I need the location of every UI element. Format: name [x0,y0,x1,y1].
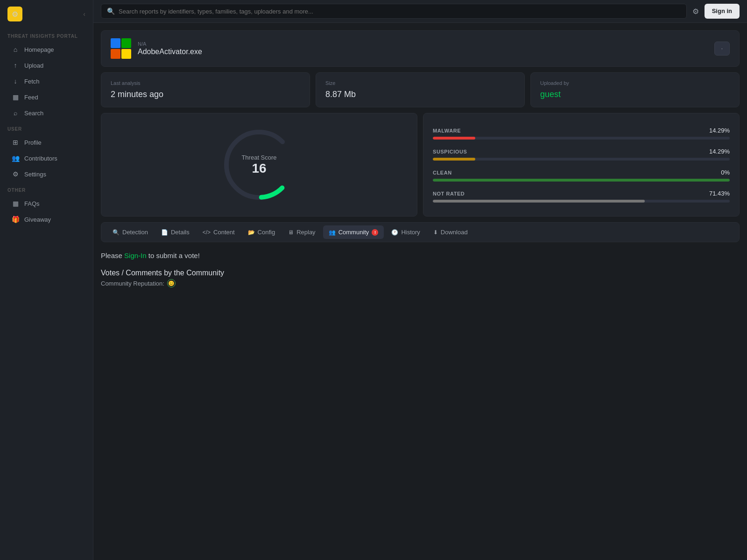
main-area: 🔍 ⚙ Sign in N/A AdobeActivator.exe · [93,0,747,560]
content-tab-icon: </> [203,229,211,236]
sidebar-item-contributors[interactable]: 👥 Contributors [4,151,89,166]
stat-cards: Last analysis 2 minutes ago Size 8.87 Mb… [101,72,740,107]
verdict-bar-fill [433,200,645,203]
download-tab-label: Download [441,229,468,236]
tab-details[interactable]: 📄 Details [155,225,195,239]
gear-button[interactable]: ⚙ [692,7,699,16]
sidebar-item-search-label: Search [24,110,43,117]
sidebar-item-profile[interactable]: ⊞ Profile [4,135,89,150]
search-input[interactable] [119,8,681,15]
download-tab-icon: ⬇ [433,229,438,236]
last-analysis-card: Last analysis 2 minutes ago [101,72,310,107]
tab-download[interactable]: ⬇ Download [428,225,473,239]
vote-prompt-pre: Please [101,252,124,259]
sidebar-item-upload-label: Upload [24,62,43,69]
sign-in-button[interactable]: Sign in [705,4,740,19]
verdict-label: CLEAN [433,170,452,175]
verdict-bar-bg [433,137,730,140]
community-votes-section: Votes / Comments by the Community Commun… [101,269,740,287]
sidebar-item-settings[interactable]: ⚙ Settings [4,167,89,182]
sidebar-item-settings-label: Settings [24,171,46,178]
detection-tab-label: Detection [122,229,148,236]
verdict-pct: 14.29% [709,127,730,134]
file-tag: N/A [138,41,202,47]
tab-replay[interactable]: 🖥 Replay [282,225,321,239]
config-tab-label: Config [258,229,275,236]
replay-tab-icon: 🖥 [288,229,294,236]
uploaded-by-card: Uploaded by guest [530,72,740,107]
last-analysis-label: Last analysis [111,80,300,86]
verdict-item: MALWARE14.29% [433,127,730,140]
user-section-label: User [0,121,93,134]
sidebar-item-search[interactable]: ⌕ Search [4,105,89,120]
search-bar[interactable]: 🔍 [101,4,687,19]
sidebar-item-faqs[interactable]: ▦ FAQs [4,196,89,211]
verdict-item: NOT RATED71.43% [433,190,730,203]
verdict-pct: 71.43% [709,190,730,197]
sign-in-link[interactable]: Sign-In [124,252,147,259]
sidebar-item-faqs-label: FAQs [24,200,40,207]
sidebar-collapse-button[interactable]: ‹ [83,10,85,18]
app-logo-icon: ⚙ [7,7,22,21]
details-tab-label: Details [171,229,190,236]
community-votes-title: Votes / Comments by the Community [101,269,740,277]
file-header-card: N/A AdobeActivator.exe · [101,30,740,67]
verdict-item: CLEAN0% [433,169,730,182]
community-reputation: Community Reputation: 😐 [101,279,740,287]
giveaway-icon: 🎁 [11,216,20,223]
sidebar-item-fetch[interactable]: ↓ Fetch [4,74,89,89]
fetch-icon: ↓ [11,77,20,85]
verdicts-container: MALWARE14.29%SUSPICIOUS14.29%CLEAN0%NOT … [433,127,730,203]
detection-tab-icon: 🔍 [113,229,120,236]
other-section-label: Other [0,182,93,196]
vote-prompt-post: to submit a vote! [148,252,200,259]
tabs-bar: 🔍 Detection 📄 Details </> Content 📂 Conf… [101,222,740,242]
verdict-pct: 14.29% [709,148,730,155]
replay-tab-label: Replay [296,229,315,236]
threat-score-card: Threat Score 16 [101,113,417,217]
tab-history[interactable]: 🕐 History [386,225,425,239]
community-tab-badge: ! [372,229,378,236]
verdict-row: CLEAN0% [433,169,730,176]
profile-icon: ⊞ [11,139,20,146]
verdict-bar-bg [433,179,730,182]
threat-score-text: Threat Score 16 [241,154,276,176]
config-tab-icon: 📂 [248,229,255,236]
settings-icon: ⚙ [11,170,20,178]
file-info: N/A AdobeActivator.exe [138,41,202,56]
tab-detection[interactable]: 🔍 Detection [107,225,154,239]
upload-icon: ↑ [11,62,20,69]
size-label: Size [325,80,515,86]
search-sidebar-icon: ⌕ [11,109,20,117]
sidebar-item-upload[interactable]: ↑ Upload [4,58,89,73]
community-section: Please Sign-In to submit a vote! Votes /… [101,248,740,291]
feed-icon: ▦ [11,93,20,101]
sidebar-item-giveaway[interactable]: 🎁 Giveaway [4,212,89,227]
analysis-panel: Threat Score 16 MALWARE14.29%SUSPICIOUS1… [101,113,740,217]
sidebar: ⚙ ‹ Threat Insights Portal ⌂ Homepage ↑ … [0,0,93,560]
file-header-left: N/A AdobeActivator.exe [111,38,202,59]
verdict-bar-fill [433,137,475,140]
gauge-container: Threat Score 16 [217,123,301,207]
verdict-row: SUSPICIOUS14.29% [433,148,730,155]
tab-content[interactable]: </> Content [197,225,240,239]
sidebar-item-homepage[interactable]: ⌂ Homepage [4,42,89,57]
windows-icon [111,38,131,59]
tab-community[interactable]: 👥 Community ! [323,225,384,239]
file-action-button[interactable]: · [714,42,730,56]
faqs-icon: ▦ [11,200,20,207]
verdict-row: NOT RATED71.43% [433,190,730,197]
sidebar-item-giveaway-label: Giveaway [24,216,51,223]
topbar: 🔍 ⚙ Sign in [93,0,747,23]
tab-config[interactable]: 📂 Config [242,225,281,239]
vote-prompt: Please Sign-In to submit a vote! [101,252,740,259]
sidebar-item-profile-label: Profile [24,139,42,146]
size-value: 8.87 Mb [325,90,515,99]
threat-score-label: Threat Score [241,154,276,161]
nav-section-label: Threat Insights Portal [0,28,93,42]
verdict-bar-fill [433,179,730,182]
verdicts-card: MALWARE14.29%SUSPICIOUS14.29%CLEAN0%NOT … [423,113,740,217]
sidebar-logo: ⚙ ‹ [0,0,93,28]
verdict-bar-fill [433,158,475,161]
sidebar-item-feed[interactable]: ▦ Feed [4,90,89,105]
